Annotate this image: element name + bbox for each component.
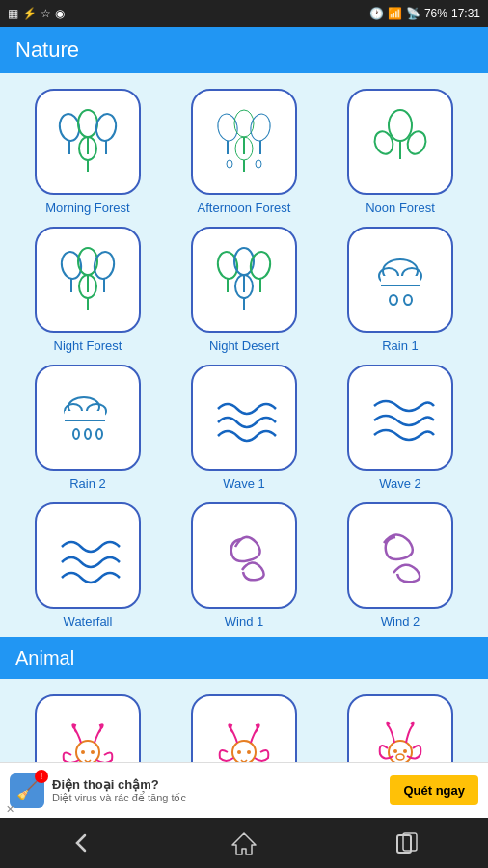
svg-point-21 [404, 128, 428, 156]
ad-left: 🧹 ! Điện thoại chậm? Diệt virus và rác đ… [10, 773, 186, 808]
svg-point-60 [393, 749, 397, 753]
night-forest-icon [35, 227, 141, 333]
noon-forest-icon [347, 89, 453, 195]
back-button[interactable] [68, 829, 95, 856]
alarm-icon: ◉ [55, 7, 65, 20]
time-display: 17:31 [451, 7, 480, 20]
notification-icon: ☆ [41, 7, 51, 20]
animal-section-header: Animal [0, 637, 488, 679]
nature-grid: Morning Forest [0, 73, 488, 637]
afternoon-forest-label: Afternoon Forest [198, 201, 291, 215]
bottom-nav [0, 818, 488, 868]
animal-section-title: Animal [15, 647, 74, 669]
svg-point-17 [256, 160, 261, 168]
item-waterfall[interactable]: Waterfall [15, 502, 160, 629]
wave-1-icon [191, 365, 297, 471]
noon-forest-label: Noon Forest [366, 201, 435, 215]
wifi-icon: 📶 [388, 7, 402, 20]
svg-point-51 [85, 429, 91, 439]
ad-title: Điện thoại chậm? [52, 777, 186, 792]
rain-1-icon [347, 227, 453, 333]
ad-app-icon: 🧹 ! [10, 773, 44, 808]
svg-point-44 [404, 295, 412, 305]
rain-2-icon [35, 365, 141, 471]
night-desert-label: Night Desert [209, 339, 279, 353]
waterfall-icon [35, 502, 141, 609]
svg-point-52 [96, 429, 102, 439]
svg-point-62 [396, 754, 404, 760]
status-right-icons: 🕐 📶 📡 76% 17:31 [369, 7, 480, 20]
rain-1-label: Rain 1 [382, 339, 419, 353]
signal-bars-icon: 📡 [406, 7, 420, 20]
app-title: Nature [15, 38, 79, 63]
usb-icon: ⚡ [22, 7, 37, 20]
night-desert-icon [191, 227, 297, 333]
ad-text: Điện thoại chậm? Diệt virus và rác để tă… [52, 777, 186, 804]
svg-point-50 [73, 429, 79, 439]
item-morning-forest[interactable]: Morning Forest [15, 89, 160, 215]
wind-2-icon [347, 502, 453, 609]
home-button[interactable] [230, 829, 258, 856]
item-wave-2[interactable]: Wave 2 [328, 365, 473, 491]
svg-rect-41 [381, 276, 420, 285]
item-wind-2[interactable]: Wind 2 [328, 502, 473, 629]
svg-point-18 [389, 110, 412, 141]
svg-point-56 [232, 741, 256, 764]
ad-banner: 🧹 ! Điện thoại chậm? Diệt virus và rác đ… [0, 762, 488, 818]
svg-marker-63 [232, 833, 256, 854]
item-night-forest[interactable]: Night Forest [15, 227, 160, 353]
item-rain-1[interactable]: Rain 1 [328, 227, 473, 353]
signal-icon: ▦ [8, 7, 18, 20]
app-header: Nature [0, 27, 488, 73]
wind-1-icon [191, 502, 297, 609]
svg-rect-48 [65, 411, 105, 420]
morning-forest-label: Morning Forest [45, 201, 129, 215]
wave-2-label: Wave 2 [379, 476, 421, 491]
battery-percent: 76% [424, 7, 447, 20]
item-noon-forest[interactable]: Noon Forest [328, 89, 473, 215]
item-rain-2[interactable]: Rain 2 [15, 365, 160, 491]
item-night-desert[interactable]: Night Desert [172, 227, 316, 353]
morning-forest-icon [35, 89, 141, 195]
main-content: Morning Forest [0, 73, 488, 828]
wave-1-label: Wave 1 [223, 476, 265, 491]
svg-point-2 [78, 110, 97, 137]
svg-point-61 [403, 749, 407, 753]
wind-1-label: Wind 1 [225, 614, 263, 629]
item-wave-1[interactable]: Wave 1 [172, 365, 316, 491]
svg-point-54 [81, 750, 85, 754]
status-left-icons: ▦ ⚡ ☆ ◉ [8, 7, 65, 20]
svg-point-57 [237, 750, 241, 754]
afternoon-forest-icon [191, 89, 297, 195]
status-bar: ▦ ⚡ ☆ ◉ 🕐 📶 📡 76% 17:31 [0, 0, 488, 27]
item-wind-1[interactable]: Wind 1 [172, 502, 316, 629]
svg-point-43 [390, 295, 397, 305]
wind-2-label: Wind 2 [381, 614, 420, 629]
svg-point-20 [371, 128, 395, 156]
recent-button[interactable] [393, 829, 420, 856]
ad-close-button[interactable]: ✕ [6, 803, 14, 816]
wave-2-icon [347, 365, 453, 471]
svg-point-58 [247, 750, 251, 754]
clock-icon: 🕐 [369, 7, 384, 20]
rain-2-label: Rain 2 [69, 476, 106, 491]
svg-point-16 [227, 160, 232, 168]
ad-badge: ! [35, 770, 48, 783]
ad-button[interactable]: Quét ngay [390, 775, 478, 805]
svg-point-53 [76, 741, 99, 764]
ad-subtitle: Diệt virus và rác để tăng tốc [52, 792, 186, 804]
item-afternoon-forest[interactable]: Afternoon Forest [172, 89, 316, 215]
waterfall-label: Waterfall [64, 614, 113, 629]
svg-point-55 [91, 750, 95, 754]
night-forest-label: Night Forest [54, 339, 122, 353]
